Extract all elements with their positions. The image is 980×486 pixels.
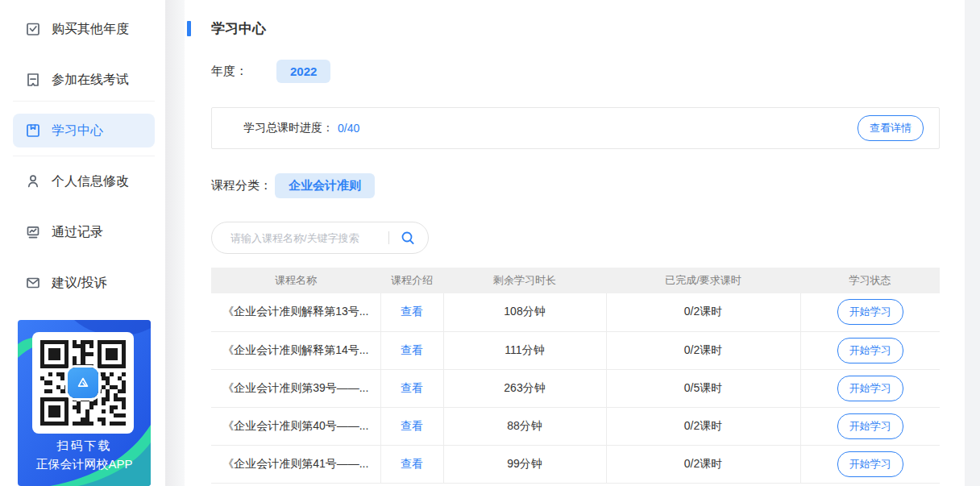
year-pill-2022[interactable]: 2022 xyxy=(276,60,330,83)
search-input[interactable] xyxy=(230,232,385,244)
view-intro-link[interactable]: 查看 xyxy=(401,305,423,318)
table-row: 《企业会计准则解释第13号... 查看 108分钟 0/2课时 开始学习 xyxy=(211,293,940,331)
title-accent-bar xyxy=(187,21,191,36)
sidebar-item-learning-center[interactable]: 学习中心 xyxy=(13,114,155,147)
progress-value: 0/40 xyxy=(338,122,359,135)
remaining-time: 111分钟 xyxy=(443,331,606,369)
header-remaining-time: 剩余学习时长 xyxy=(443,268,606,293)
course-search-box xyxy=(211,222,429,254)
sidebar-item-online-exam[interactable]: 参加在线考试 xyxy=(13,63,155,97)
course-name: 《企业会计准则解释第14号... xyxy=(211,331,380,369)
sidebar-item-suggestions[interactable]: 建议/投诉 xyxy=(13,266,155,300)
course-name: 《企业会计准则第41号——... xyxy=(211,445,380,483)
qr-download-banner: 扫码下载 正保会计网校APP xyxy=(18,320,151,486)
remaining-time: 88分钟 xyxy=(443,407,606,445)
category-pill[interactable]: 企业会计准则 xyxy=(275,173,375,198)
course-name: 《企业会计准则第40号——... xyxy=(211,407,380,445)
course-name: 《企业会计准则第39号——... xyxy=(211,369,380,407)
menu-divider xyxy=(13,101,155,102)
sidebar-item-label: 购买其他年度 xyxy=(52,21,129,38)
sidebar-content-gutter xyxy=(165,0,185,486)
table-header-row: 课程名称 课程介绍 剩余学习时长 已完成/要求课时 学习状态 xyxy=(211,268,940,293)
header-course-name: 课程名称 xyxy=(211,268,380,293)
bookmark-square-icon xyxy=(25,123,41,139)
page-title-row: 学习中心 xyxy=(211,20,940,36)
start-learning-button[interactable]: 开始学习 xyxy=(837,451,903,477)
table-row: 《企业会计准则第41号——... 查看 99分钟 0/2课时 开始学习 xyxy=(211,445,940,483)
table-row: 《企业会计准则第40号——... 查看 88分钟 0/2课时 开始学习 xyxy=(211,407,940,445)
start-learning-button[interactable]: 开始学习 xyxy=(837,376,903,401)
view-intro-link[interactable]: 查看 xyxy=(401,419,423,432)
course-table: 课程名称 课程介绍 剩余学习时长 已完成/要求课时 学习状态 《企业会计准则解释… xyxy=(211,268,940,484)
search-icon xyxy=(400,230,416,246)
sidebar-item-label: 个人信息修改 xyxy=(52,173,129,190)
main-content: 学习中心 年度： 2022 学习总课时进度： 0/40 查看详情 课程分类： 企… xyxy=(185,0,965,486)
app-logo-icon xyxy=(68,368,98,398)
qr-code xyxy=(32,332,134,434)
course-name: 《企业会计准则解释第13号... xyxy=(211,293,380,331)
completed-required: 0/2课时 xyxy=(606,331,800,369)
category-label: 课程分类： xyxy=(211,178,275,193)
user-icon xyxy=(25,173,41,189)
sidebar-menu: 购买其他年度 参加在线考试 学习中心 xyxy=(0,0,165,300)
menu-divider xyxy=(13,156,155,156)
sidebar-item-buy-other-years[interactable]: 购买其他年度 xyxy=(13,12,155,46)
view-intro-link[interactable]: 查看 xyxy=(401,381,423,394)
sidebar-item-label: 通过记录 xyxy=(52,224,103,241)
start-learning-button[interactable]: 开始学习 xyxy=(837,413,903,439)
sidebar-item-label: 建议/投诉 xyxy=(52,275,106,292)
completed-required: 0/5课时 xyxy=(606,369,800,407)
year-filter-row: 年度： 2022 xyxy=(211,59,940,83)
category-filter-row: 课程分类： 企业会计准则 xyxy=(211,173,940,197)
exam-note-icon xyxy=(25,72,41,88)
search-divider xyxy=(388,231,389,244)
remaining-time: 99分钟 xyxy=(443,445,606,483)
view-details-button[interactable]: 查看详情 xyxy=(858,115,924,141)
start-learning-button[interactable]: 开始学习 xyxy=(837,338,903,363)
record-chart-icon xyxy=(25,224,41,240)
sidebar-item-label: 参加在线考试 xyxy=(52,72,129,89)
table-row: 《企业会计准则解释第14号... 查看 111分钟 0/2课时 开始学习 xyxy=(211,331,940,369)
header-completed-required: 已完成/要求课时 xyxy=(606,268,800,293)
remaining-time: 263分钟 xyxy=(443,369,606,407)
header-study-status: 学习状态 xyxy=(800,268,940,293)
progress-label: 学习总课时进度： xyxy=(243,121,334,135)
progress-summary-box: 学习总课时进度： 0/40 查看详情 xyxy=(211,107,940,149)
search-button[interactable] xyxy=(400,230,416,246)
header-course-intro: 课程介绍 xyxy=(380,268,443,293)
sidebar-item-label: 学习中心 xyxy=(52,123,103,139)
sidebar: 购买其他年度 参加在线考试 学习中心 xyxy=(0,0,165,486)
page-title: 学习中心 xyxy=(211,19,266,38)
mail-icon xyxy=(25,275,41,291)
completed-required: 0/2课时 xyxy=(606,445,800,483)
qr-caption-line1: 扫码下载 xyxy=(18,438,151,454)
sidebar-item-pass-records[interactable]: 通过记录 xyxy=(13,215,155,249)
remaining-time: 108分钟 xyxy=(443,293,606,331)
completed-required: 0/2课时 xyxy=(606,293,800,331)
check-square-icon xyxy=(25,21,41,37)
sidebar-item-profile-edit[interactable]: 个人信息修改 xyxy=(13,164,155,198)
year-label: 年度： xyxy=(211,64,276,79)
view-intro-link[interactable]: 查看 xyxy=(401,457,423,470)
qr-caption-line2: 正保会计网校APP xyxy=(18,457,151,472)
view-intro-link[interactable]: 查看 xyxy=(401,343,423,356)
start-learning-button[interactable]: 开始学习 xyxy=(837,299,903,325)
table-row: 《企业会计准则第39号——... 查看 263分钟 0/5课时 开始学习 xyxy=(211,369,940,407)
completed-required: 0/2课时 xyxy=(606,407,800,445)
